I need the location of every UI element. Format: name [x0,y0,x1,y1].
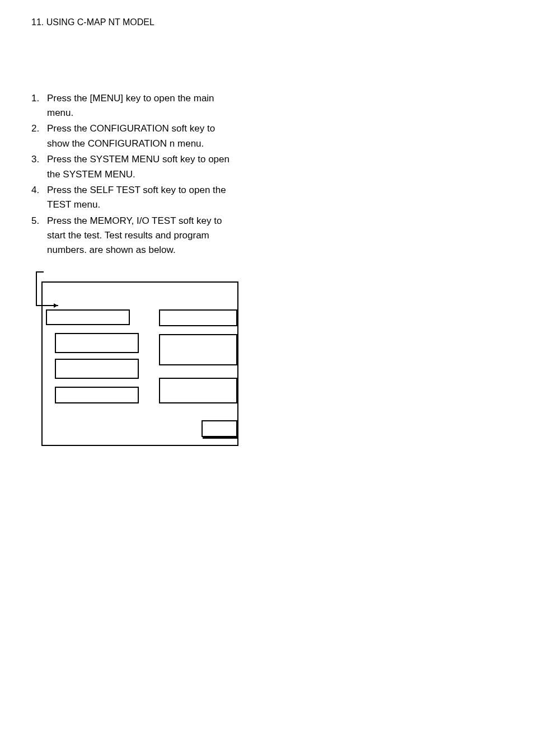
diagram-notch [36,271,44,283]
diagram-connector [36,281,37,306]
diagram-box [55,333,139,353]
diagram-box [46,309,130,325]
diagram-box [159,378,237,403]
list-number: 3. [31,152,47,182]
diagram-box [55,387,139,403]
diagram-button-box [202,420,237,437]
list-text: Press the [MENU] key to open the main me… [47,91,238,121]
instruction-list: 1. Press the [MENU] key to open the main… [31,91,238,258]
list-text: Press the SELF TEST soft key to open the… [47,183,238,213]
list-number: 1. [31,91,47,121]
list-number: 5. [31,214,47,258]
list-item: 2. Press the CONFIGURATION soft key to s… [31,121,238,151]
diagram-box [159,334,237,365]
list-item: 4. Press the SELF TEST soft key to open … [31,183,238,213]
list-text: Press the CONFIGURATION soft key to show… [47,121,238,151]
list-item: 5. Press the MEMORY, I/O TEST soft key t… [31,214,238,258]
diagram-box [55,359,139,379]
list-item: 3. Press the SYSTEM MENU soft key to ope… [31,152,238,182]
list-item: 1. Press the [MENU] key to open the main… [31,91,238,121]
test-results-diagram [34,271,246,462]
list-number: 2. [31,121,47,151]
diagram-outer-frame [41,281,238,446]
page-header: 11. USING C-MAP NT MODEL [31,16,503,30]
list-number: 4. [31,183,47,213]
list-text: Press the SYSTEM MENU soft key to open t… [47,152,238,182]
list-text: Press the MEMORY, I/O TEST soft key to s… [47,214,238,258]
diagram-box [159,309,237,326]
